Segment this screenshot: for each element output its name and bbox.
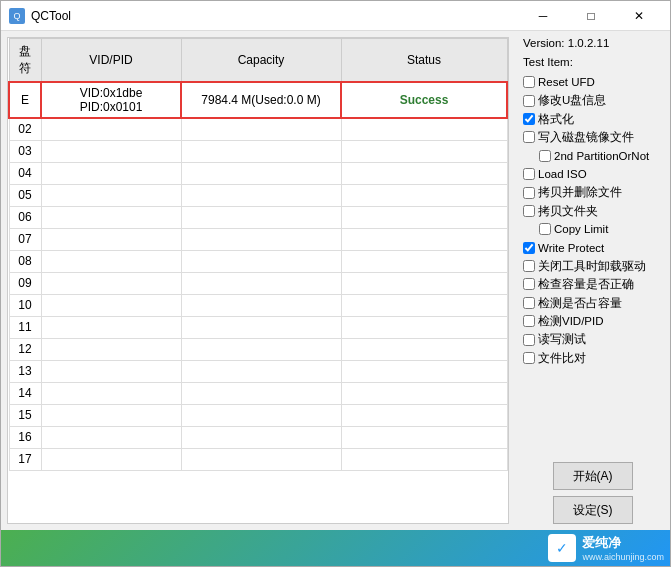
test-item-label: Test Item: <box>523 56 662 68</box>
version-label: Version: 1.0.2.11 <box>523 37 662 49</box>
table-row[interactable]: 10 <box>9 294 507 316</box>
start-button[interactable]: 开始(A) <box>553 462 633 490</box>
cell-status <box>341 140 507 162</box>
table-row[interactable]: 11 <box>9 316 507 338</box>
table-row[interactable]: EVID:0x1dbe PID:0x01017984.4 M(Used:0.0 … <box>9 82 507 118</box>
cell-vid <box>41 272 181 294</box>
cell-index: 11 <box>9 316 41 338</box>
table-row[interactable]: 17 <box>9 448 507 470</box>
cell-status <box>341 404 507 426</box>
checkbox-10[interactable] <box>523 260 535 272</box>
cell-capacity <box>181 360 341 382</box>
table-row[interactable]: 12 <box>9 338 507 360</box>
title-bar-left: Q QCTool <box>9 8 71 24</box>
checkbox-0[interactable] <box>523 76 535 88</box>
check-label-9: Write Protect <box>538 239 604 257</box>
checkbox-1[interactable] <box>523 95 535 107</box>
check-label-2: 格式化 <box>538 110 574 128</box>
table-row[interactable]: 07 <box>9 228 507 250</box>
cell-index: 06 <box>9 206 41 228</box>
cell-status <box>341 272 507 294</box>
cell-index: E <box>9 82 41 118</box>
checkbox-3[interactable] <box>523 131 535 143</box>
close-button[interactable]: ✕ <box>616 1 662 31</box>
check-label-10: 关闭工具时卸载驱动 <box>538 257 646 275</box>
logo-icon: ✓ <box>548 534 576 562</box>
check-label-6: 拷贝并删除文件 <box>538 183 622 201</box>
check-label-12: 检测是否占容量 <box>538 294 622 312</box>
checkbox-13[interactable] <box>523 315 535 327</box>
cell-status <box>341 118 507 140</box>
cell-capacity <box>181 404 341 426</box>
table-row[interactable]: 15 <box>9 404 507 426</box>
check-label-11: 检查容量是否正确 <box>538 275 634 293</box>
check-item-14: 读写测试 <box>523 330 662 348</box>
table-row[interactable]: 14 <box>9 382 507 404</box>
col-header-index: 盘符 <box>9 39 41 83</box>
cell-index: 05 <box>9 184 41 206</box>
device-table-wrapper: 盘符 VID/PID Capacity Status EVID:0x1dbe P… <box>7 37 509 524</box>
cell-capacity: 7984.4 M(Used:0.0 M) <box>181 82 341 118</box>
check-item-5: Load ISO <box>523 165 662 183</box>
cell-index: 07 <box>9 228 41 250</box>
checkbox-7[interactable] <box>523 205 535 217</box>
checkbox-2[interactable] <box>523 113 535 125</box>
cell-index: 03 <box>9 140 41 162</box>
cell-capacity <box>181 184 341 206</box>
checkbox-15[interactable] <box>523 352 535 364</box>
cell-vid <box>41 228 181 250</box>
checkbox-6[interactable] <box>523 187 535 199</box>
table-row[interactable]: 09 <box>9 272 507 294</box>
minimize-button[interactable]: ─ <box>520 1 566 31</box>
cell-vid <box>41 184 181 206</box>
table-row[interactable]: 16 <box>9 426 507 448</box>
cell-capacity <box>181 448 341 470</box>
table-row[interactable]: 02 <box>9 118 507 140</box>
cell-capacity <box>181 382 341 404</box>
cell-capacity <box>181 294 341 316</box>
table-row[interactable]: 04 <box>9 162 507 184</box>
table-row[interactable]: 05 <box>9 184 507 206</box>
check-item-13: 检测VID/PID <box>523 312 662 330</box>
cell-status <box>341 294 507 316</box>
cell-index: 15 <box>9 404 41 426</box>
cell-capacity <box>181 162 341 184</box>
content-area: 盘符 VID/PID Capacity Status EVID:0x1dbe P… <box>1 31 670 530</box>
checkbox-5[interactable] <box>523 168 535 180</box>
checkbox-11[interactable] <box>523 278 535 290</box>
check-label-7: 拷贝文件夹 <box>538 202 598 220</box>
check-item-15: 文件比对 <box>523 349 662 367</box>
table-row[interactable]: 08 <box>9 250 507 272</box>
cell-vid <box>41 382 181 404</box>
table-row[interactable]: 03 <box>9 140 507 162</box>
checkbox-4[interactable] <box>539 150 551 162</box>
cell-status <box>341 206 507 228</box>
settings-button[interactable]: 设定(S) <box>553 496 633 524</box>
table-row[interactable]: 13 <box>9 360 507 382</box>
check-label-0: Reset UFD <box>538 73 595 91</box>
cell-index: 10 <box>9 294 41 316</box>
device-table: 盘符 VID/PID Capacity Status EVID:0x1dbe P… <box>8 38 508 471</box>
check-item-0: Reset UFD <box>523 73 662 91</box>
cell-status <box>341 426 507 448</box>
maximize-button[interactable]: □ <box>568 1 614 31</box>
cell-status <box>341 382 507 404</box>
checkbox-9[interactable] <box>523 242 535 254</box>
sidebar-buttons: 开始(A) 设定(S) <box>523 462 662 524</box>
check-item-12: 检测是否占容量 <box>523 294 662 312</box>
title-bar-controls: ─ □ ✕ <box>520 1 662 31</box>
cell-capacity <box>181 228 341 250</box>
checkbox-12[interactable] <box>523 297 535 309</box>
cell-capacity <box>181 250 341 272</box>
check-label-5: Load ISO <box>538 165 587 183</box>
cell-index: 02 <box>9 118 41 140</box>
checkbox-14[interactable] <box>523 334 535 346</box>
col-header-status: Status <box>341 39 507 83</box>
main-window: Q QCTool ─ □ ✕ 盘符 VID/PID Capacity Statu… <box>0 0 671 567</box>
cell-vid: VID:0x1dbe PID:0x0101 <box>41 82 181 118</box>
table-row[interactable]: 06 <box>9 206 507 228</box>
sidebar: Version: 1.0.2.11 Test Item: Reset UFD修改… <box>515 31 670 530</box>
checkbox-8[interactable] <box>539 223 551 235</box>
check-label-3: 写入磁盘镜像文件 <box>538 128 634 146</box>
cell-capacity <box>181 272 341 294</box>
